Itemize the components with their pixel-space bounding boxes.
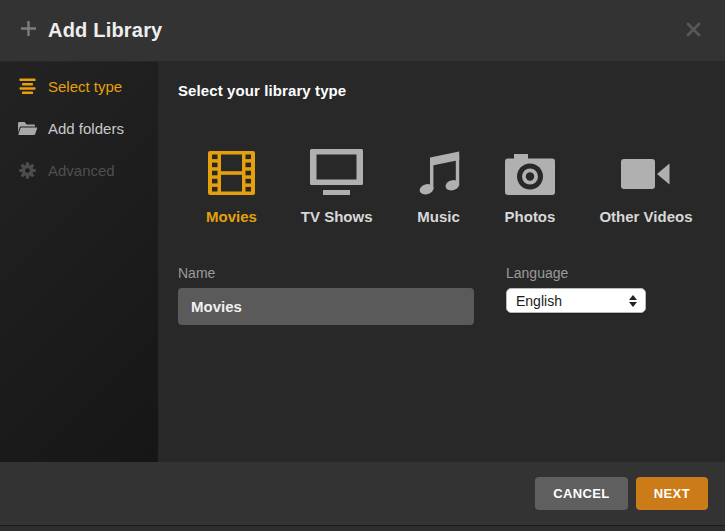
panel-heading: Select your library type [178,82,725,99]
sidebar-item-select-type[interactable]: Select type [0,71,158,101]
language-label: Language [506,265,646,281]
type-label: TV Shows [301,208,373,225]
select-stepper-icon [629,295,639,307]
dialog-footer: CANCEL NEXT [0,462,725,525]
sidebar-item-add-folders[interactable]: Add folders [0,113,158,143]
library-type-row: Movies TV Shows [206,145,725,225]
next-button[interactable]: NEXT [636,477,708,510]
close-button[interactable] [682,18,705,44]
type-label: Other Videos [599,208,692,225]
type-option-movies[interactable]: Movies [206,145,257,225]
add-library-dialog: Add Library Select type [0,0,725,531]
type-option-tv-shows[interactable]: TV Shows [301,145,373,225]
type-option-photos[interactable]: Photos [505,145,556,225]
list-lines-icon [17,78,38,94]
sidebar-item-advanced: Advanced [0,155,158,185]
type-option-other-videos[interactable]: Other Videos [599,145,692,225]
cancel-button[interactable]: CANCEL [535,477,628,510]
language-select[interactable]: English [506,288,646,313]
close-icon [686,22,701,40]
film-strip-icon [208,145,255,195]
type-label: Photos [505,208,556,225]
language-selected-value: English [516,293,629,309]
page-edge-strip [0,525,725,531]
name-label: Name [178,265,474,281]
language-field-block: Language English [506,265,646,313]
library-name-input[interactable] [178,288,474,325]
music-note-icon [417,145,461,195]
dialog-title: Add Library [48,19,162,42]
wizard-steps-sidebar: Select type Add folders [0,62,158,462]
sidebar-item-label: Add folders [48,120,124,137]
dialog-header: Add Library [0,0,725,62]
select-type-panel: Select your library type [158,62,725,462]
type-label: Movies [206,208,257,225]
type-option-music[interactable]: Music [417,145,461,225]
sidebar-item-label: Advanced [48,162,115,179]
gear-icon [17,162,38,179]
camera-icon [505,145,555,195]
video-camera-icon [621,145,670,195]
sidebar-item-label: Select type [48,78,122,95]
tv-icon [310,145,363,195]
folder-icon [17,120,38,136]
name-field-block: Name [178,265,474,325]
plus-icon [20,20,37,41]
fields-row: Name Language English [178,265,725,325]
dialog-body: Select type Add folders [0,62,725,462]
type-label: Music [417,208,460,225]
